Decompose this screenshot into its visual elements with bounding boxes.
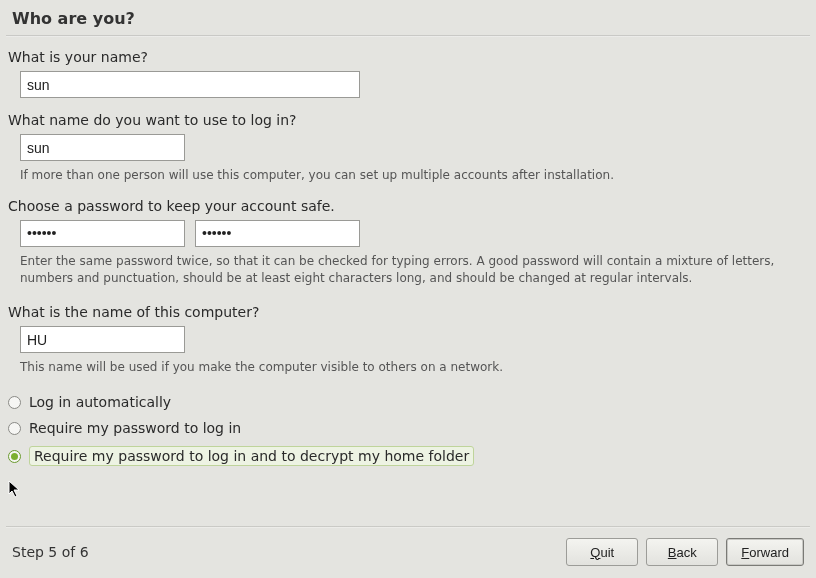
password-group: Choose a password to keep your account s… <box>8 198 808 287</box>
password-input[interactable] <box>20 220 185 247</box>
computer-group: What is the name of this computer? This … <box>8 304 808 376</box>
computer-hint: This name will be used if you make the c… <box>20 359 780 376</box>
password-hint: Enter the same password twice, so that i… <box>20 253 780 287</box>
page-header: Who are you? <box>0 0 816 35</box>
radio-label-require: Require my password to log in <box>29 420 241 436</box>
name-group: What is your name? <box>8 49 808 98</box>
back-button[interactable]: Back <box>646 538 718 566</box>
computer-label: What is the name of this computer? <box>8 304 808 320</box>
quit-button[interactable]: Quit <box>566 538 638 566</box>
radio-label-auto: Log in automatically <box>29 394 171 410</box>
computer-input[interactable] <box>20 326 185 353</box>
radio-icon <box>8 450 21 463</box>
page-title: Who are you? <box>12 9 804 28</box>
step-indicator: Step 5 of 6 <box>12 544 89 560</box>
radio-label-encrypt: Require my password to log in and to dec… <box>29 446 474 466</box>
radio-icon <box>8 422 21 435</box>
login-options-group: Log in automatically Require my password… <box>8 394 808 466</box>
radio-icon <box>8 396 21 409</box>
name-label: What is your name? <box>8 49 808 65</box>
footer: Step 5 of 6 Quit Back Forward <box>0 528 816 578</box>
name-input[interactable] <box>20 71 360 98</box>
radio-require-password[interactable]: Require my password to log in <box>8 420 808 436</box>
forward-button[interactable]: Forward <box>726 538 804 566</box>
password-label: Choose a password to keep your account s… <box>8 198 808 214</box>
username-hint: If more than one person will use this co… <box>20 167 780 184</box>
password-confirm-input[interactable] <box>195 220 360 247</box>
radio-login-auto[interactable]: Log in automatically <box>8 394 808 410</box>
username-group: What name do you want to use to log in? … <box>8 112 808 184</box>
username-label: What name do you want to use to log in? <box>8 112 808 128</box>
username-input[interactable] <box>20 134 185 161</box>
content-area: What is your name? What name do you want… <box>0 37 816 526</box>
radio-require-encrypt[interactable]: Require my password to log in and to dec… <box>8 446 808 466</box>
